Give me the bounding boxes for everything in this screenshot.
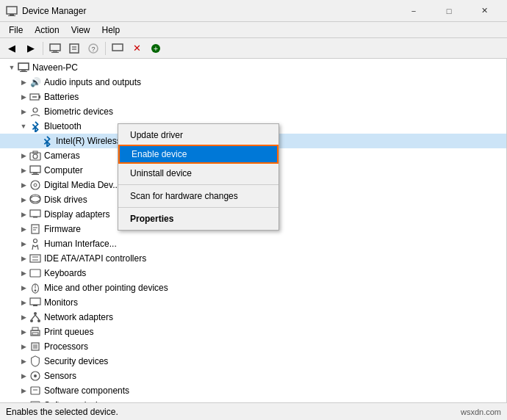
softcomp-icon	[29, 385, 41, 397]
svg-point-50	[30, 319, 33, 322]
toolbar-delete[interactable]: ✕	[128, 40, 145, 57]
tree-item-network[interactable]: ▶ Network adapters	[0, 310, 506, 325]
menu-help[interactable]: Help	[96, 23, 126, 37]
svg-rect-24	[30, 166, 40, 173]
svg-rect-5	[51, 52, 59, 53]
expand-root[interactable]: ▼	[6, 62, 18, 73]
tree-item-monitors[interactable]: ▶ Monitors	[0, 295, 506, 310]
tree-item-processors[interactable]: ▶ Processors	[0, 339, 506, 354]
biometric-label: Biometric devices	[44, 106, 113, 117]
tree-item-keyboards[interactable]: ▶ Keyboards	[0, 266, 506, 280]
svg-point-36	[34, 239, 37, 243]
ctx-enable[interactable]: Enable device	[118, 145, 278, 164]
tree-item-audio[interactable]: ▶ 🔊 Audio inputs and outputs	[0, 75, 506, 90]
expand-disk[interactable]: ▶	[18, 194, 29, 206]
expand-softcomp[interactable]: ▶	[18, 385, 29, 397]
expand-bluetooth[interactable]: ▼	[18, 120, 29, 132]
svg-rect-14	[18, 63, 29, 70]
human-label: Human Interface...	[44, 239, 117, 249]
svg-rect-33	[32, 225, 39, 233]
tree-item-print[interactable]: ▶ Print queues	[0, 325, 506, 339]
ctx-scan[interactable]: Scan for hardware changes	[118, 187, 278, 206]
monitors-icon	[29, 297, 41, 308]
expand-ide[interactable]: ▶	[18, 253, 29, 264]
toolbar: ◀ ▶ ? ✕ +	[0, 38, 507, 59]
digital-label: Digital Media Dev...	[44, 180, 120, 190]
svg-rect-63	[31, 402, 40, 402]
expand-audio[interactable]: ▶	[18, 76, 29, 88]
tree-item-mice[interactable]: ▶ Mice and other pointing devices	[0, 280, 506, 295]
menu-file[interactable]: File	[3, 23, 29, 37]
svg-rect-31	[30, 210, 40, 217]
batteries-icon	[29, 91, 41, 103]
security-icon	[29, 355, 41, 367]
svg-rect-25	[33, 173, 37, 174]
tree-item-human[interactable]: ▶ Human Interface...	[0, 236, 506, 251]
expand-print[interactable]: ▶	[18, 326, 29, 338]
close-button[interactable]: ✕	[467, 0, 501, 22]
firmware-label: Firmware	[44, 224, 81, 234]
tree-item-ide[interactable]: ▶ IDE ATA/ATAPI controllers	[0, 251, 506, 266]
window-title: Device Manager	[22, 6, 397, 16]
tree-panel[interactable]: ▼ Naveen-PC ▶ 🔊 Audio inputs and outputs…	[0, 59, 507, 402]
expand-cameras[interactable]: ▶	[18, 150, 29, 162]
svg-point-46	[35, 289, 37, 292]
toolbar-computer[interactable]	[46, 40, 64, 57]
keyboards-label: Keyboards	[44, 268, 86, 278]
expand-softdev[interactable]: ▶	[18, 399, 29, 402]
expand-firmware[interactable]: ▶	[18, 223, 29, 235]
processors-icon	[29, 341, 41, 352]
expand-monitors[interactable]: ▶	[18, 297, 29, 308]
ctx-update[interactable]: Update driver	[118, 126, 278, 145]
expand-display[interactable]: ▶	[18, 209, 29, 220]
tree-item-biometric[interactable]: ▶ Biometric devices	[0, 104, 506, 119]
audio-label: Audio inputs and outputs	[44, 77, 141, 87]
tree-item-batteries[interactable]: ▶ Batteries	[0, 90, 506, 104]
status-bar: Enables the selected device. wsxdn.com	[0, 402, 507, 420]
svg-rect-11	[112, 44, 123, 51]
ctx-properties[interactable]: Properties	[118, 209, 278, 228]
audio-icon: 🔊	[29, 76, 41, 88]
tree-item-softcomp[interactable]: ▶ Software components	[0, 383, 506, 398]
app-icon	[6, 5, 18, 17]
toolbar-back[interactable]: ◀	[3, 40, 21, 57]
batteries-label: Batteries	[44, 92, 79, 102]
svg-rect-16	[20, 71, 27, 72]
expand-computer[interactable]: ▶	[18, 164, 29, 176]
expand-digital[interactable]: ▶	[18, 179, 29, 191]
expand-security[interactable]: ▶	[18, 355, 29, 367]
security-label: Security devices	[44, 356, 108, 366]
toolbar-add[interactable]: +	[147, 40, 165, 57]
expand-keyboards[interactable]: ▶	[18, 267, 29, 279]
disk-label: Disk drives	[44, 195, 87, 205]
svg-rect-18	[39, 95, 40, 98]
svg-point-28	[34, 184, 37, 187]
toolbar-forward[interactable]: ▶	[22, 40, 40, 57]
svg-point-27	[31, 181, 40, 189]
tree-root[interactable]: ▼ Naveen-PC	[0, 60, 506, 75]
expand-batteries[interactable]: ▶	[18, 91, 29, 103]
toolbar-help[interactable]: ?	[84, 40, 102, 57]
maximize-button[interactable]: □	[432, 0, 466, 22]
svg-rect-1	[10, 14, 14, 15]
toolbar-scan[interactable]	[109, 40, 126, 57]
expand-sensors[interactable]: ▶	[18, 370, 29, 382]
expand-network[interactable]: ▶	[18, 311, 29, 323]
tree-item-security[interactable]: ▶ Security devices	[0, 354, 506, 369]
computer-icon	[29, 164, 41, 176]
expand-processors[interactable]: ▶	[18, 341, 29, 352]
ctx-uninstall[interactable]: Uninstall device	[118, 164, 278, 183]
menu-view[interactable]: View	[65, 23, 96, 37]
svg-rect-15	[21, 70, 26, 71]
tree-item-sensors[interactable]: ▶ Sensors	[0, 369, 506, 383]
expand-human[interactable]: ▶	[18, 238, 29, 250]
svg-rect-32	[33, 217, 37, 218]
keyboards-icon	[29, 267, 41, 279]
toolbar-properties[interactable]	[65, 40, 83, 57]
human-icon	[29, 238, 41, 250]
minimize-button[interactable]: −	[397, 0, 431, 22]
tree-item-softdev[interactable]: ▶ Software devices	[0, 398, 506, 402]
expand-mice[interactable]: ▶	[18, 282, 29, 294]
menu-action[interactable]: Action	[29, 23, 65, 37]
expand-biometric[interactable]: ▶	[18, 106, 29, 117]
